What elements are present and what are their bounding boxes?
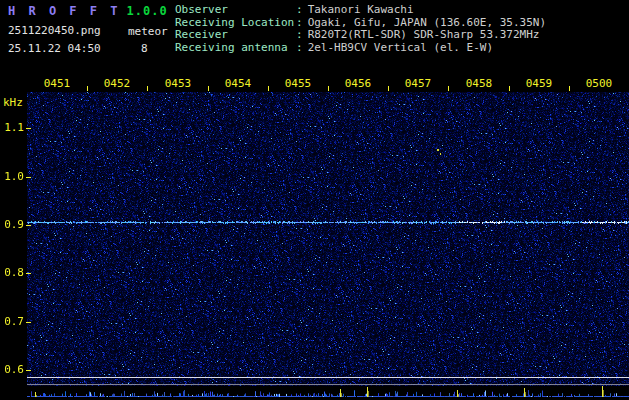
y-axis-unit: kHz	[3, 96, 23, 109]
y-axis-label: 0.6	[0, 364, 24, 375]
x-axis-label: 0456	[343, 79, 373, 89]
y-axis-label: 1.0	[0, 171, 24, 182]
output-filename: 2511220450.png	[8, 24, 101, 37]
x-axis-label: 0500	[584, 79, 614, 89]
y-axis-tick	[26, 273, 31, 274]
x-axis-tick	[208, 86, 209, 91]
info-label: Observer	[175, 4, 296, 17]
app-version: 1.0.0	[126, 4, 167, 18]
hrofft-window: H R O F F T1.0.0 2511220450.png meteor 2…	[0, 0, 629, 400]
x-axis-label: 0453	[163, 79, 193, 89]
x-axis-tick	[268, 86, 269, 91]
info-separator: :	[296, 16, 303, 29]
x-axis-tick	[87, 86, 88, 91]
datetime-label: 25.11.22 04:50	[8, 42, 101, 55]
x-axis-label: 0457	[403, 79, 433, 89]
title-bar: H R O F F T1.0.0	[8, 4, 168, 18]
y-axis-label: 1.1	[0, 122, 24, 133]
y-axis-tick	[26, 370, 31, 371]
x-axis-tick	[569, 86, 570, 91]
x-axis-tick	[448, 86, 449, 91]
spectrogram-canvas	[27, 92, 629, 386]
x-axis-tick	[147, 86, 148, 91]
echo-count: 8	[141, 42, 148, 55]
x-axis-label: 0459	[524, 79, 554, 89]
info-value: Takanori Kawachi	[308, 3, 414, 16]
y-axis-label: 0.7	[0, 316, 24, 327]
x-axis-tick	[388, 86, 389, 91]
info-label: Receiving antenna	[175, 42, 296, 55]
info-value: Ogaki, Gifu, JAPAN (136.60E, 35.35N)	[308, 16, 546, 29]
x-axis-label: 0454	[223, 79, 253, 89]
receiver-info: Observer:Takanori KawachiReceiving Locat…	[175, 4, 546, 55]
y-axis-label: 0.9	[0, 219, 24, 230]
x-axis-label: 0452	[102, 79, 132, 89]
x-axis-label: 0455	[283, 79, 313, 89]
signal-meter-canvas	[27, 386, 629, 400]
info-separator: :	[296, 41, 303, 54]
info-row: Receiving antenna:2el-HB9CV Vertical (el…	[175, 42, 546, 55]
x-axis-label: 0451	[42, 79, 72, 89]
x-axis-tick	[328, 86, 329, 91]
info-separator: :	[296, 28, 303, 41]
info-separator: :	[296, 3, 303, 16]
y-axis-tick	[26, 225, 31, 226]
info-value: R820T2(RTL-SDR) SDR-Sharp 53.372MHz	[308, 28, 540, 41]
info-value: 2el-HB9CV Vertical (el. E-W)	[308, 41, 493, 54]
y-axis-label: 0.8	[0, 267, 24, 278]
x-axis-label: 0458	[464, 79, 494, 89]
mode-label: meteor	[128, 25, 168, 38]
x-axis-tick	[509, 86, 510, 91]
app-title: H R O F F T	[8, 4, 120, 18]
y-axis-tick	[26, 177, 31, 178]
y-axis-tick	[26, 322, 31, 323]
y-axis-tick	[26, 128, 31, 129]
